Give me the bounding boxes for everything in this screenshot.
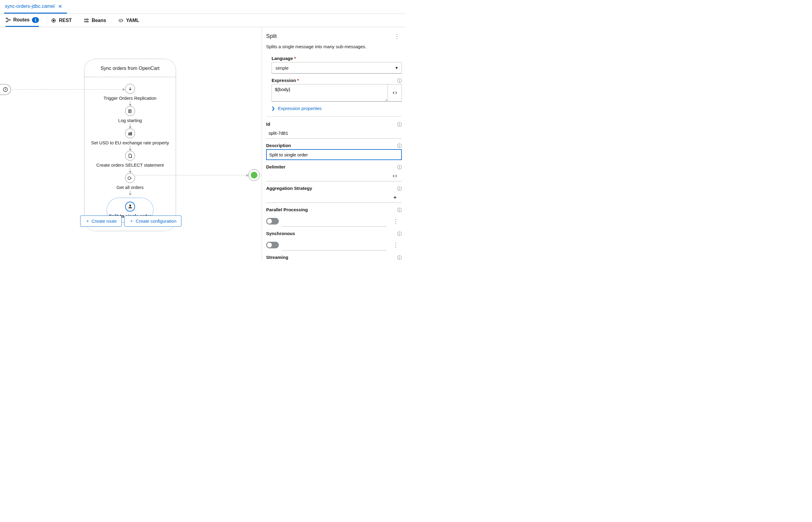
- expression-properties-toggle[interactable]: ❯ Expression properties: [271, 106, 402, 111]
- svg-rect-8: [86, 21, 88, 22]
- expression-properties-label: Expression properties: [278, 106, 322, 111]
- help-icon[interactable]: ⓘ: [397, 164, 402, 170]
- beans-icon: [84, 18, 89, 23]
- delimiter-code-button[interactable]: [388, 170, 402, 181]
- field-synchronous: Synchronous ⓘ ⋮: [266, 231, 402, 250]
- delimiter-label: Delimiter: [266, 164, 285, 169]
- field-parallel-processing: Parallel Processing ⓘ ⋮: [266, 207, 402, 227]
- aggregation-add-button[interactable]: ＋: [388, 192, 402, 203]
- step-get-orders[interactable]: Get all orders: [116, 173, 143, 190]
- description-input[interactable]: [266, 149, 402, 160]
- tab-yaml[interactable]: YAML: [118, 14, 139, 27]
- canvas[interactable]: Sync orders from OpenCart Trigger Orders…: [0, 27, 262, 261]
- svg-rect-14: [129, 205, 131, 206]
- help-icon[interactable]: ⓘ: [397, 122, 402, 127]
- btn-label: Create route: [92, 219, 117, 224]
- plus-icon: ＋: [392, 194, 398, 201]
- step-label: Log starting: [118, 118, 142, 123]
- svg-point-4: [53, 20, 55, 21]
- delimiter-input[interactable]: [266, 170, 388, 181]
- panel-menu-button[interactable]: ⋮: [392, 33, 402, 40]
- tab-rest-label: REST: [59, 18, 72, 23]
- svg-point-0: [6, 18, 7, 19]
- arrow-down-icon: [127, 86, 133, 92]
- flow-arrow: [130, 124, 130, 128]
- parallel-menu-button[interactable]: ⋮: [390, 218, 402, 225]
- language-value: simple: [276, 65, 288, 71]
- file-tab[interactable]: sync-orders-jdbc.camel ✕: [4, 0, 67, 14]
- step-trigger[interactable]: Trigger Orders Replication: [104, 84, 157, 101]
- yaml-icon: [118, 18, 124, 23]
- document-plus-icon: [127, 153, 133, 159]
- synchronous-label: Synchronous: [266, 231, 295, 236]
- expression-input[interactable]: [271, 84, 388, 102]
- expression-label: Expression: [271, 78, 296, 83]
- language-select[interactable]: simple ▾: [271, 62, 402, 74]
- synchronous-input[interactable]: [282, 240, 387, 250]
- plus-icon: ＋: [129, 218, 134, 224]
- help-icon[interactable]: ⓘ: [397, 207, 402, 213]
- language-label: Language: [271, 56, 293, 61]
- svg-point-7: [84, 21, 85, 22]
- svg-point-1: [6, 21, 7, 22]
- help-icon[interactable]: ⓘ: [397, 143, 402, 149]
- set-property-icon: [127, 131, 133, 136]
- step-label: Trigger Orders Replication: [104, 96, 157, 101]
- route-title: Sync orders from OpenCart: [84, 64, 176, 77]
- timer-source-node[interactable]: [0, 84, 11, 95]
- tab-beans[interactable]: Beans: [84, 14, 106, 27]
- parallel-toggle[interactable]: [266, 218, 279, 224]
- step-label: Create orders SELECT statement: [97, 162, 164, 167]
- close-icon[interactable]: ✕: [58, 4, 62, 9]
- tab-routes-label: Routes: [13, 17, 29, 23]
- code-icon: [392, 173, 398, 179]
- help-icon[interactable]: ⓘ: [397, 186, 402, 192]
- route-container[interactable]: Sync orders from OpenCart Trigger Orders…: [84, 59, 176, 231]
- id-label: Id: [266, 121, 270, 126]
- step-log[interactable]: Log starting: [118, 106, 142, 123]
- flow-arrow: [130, 146, 130, 150]
- flow-arrow: [130, 168, 130, 173]
- parallel-input[interactable]: [282, 216, 387, 227]
- rest-icon: [51, 18, 56, 23]
- help-icon[interactable]: ⓘ: [397, 231, 402, 237]
- field-delimiter: Delimiter ⓘ: [266, 164, 402, 181]
- svg-rect-12: [128, 134, 132, 135]
- step-label: Set USD to EU exchange rate property: [91, 140, 169, 145]
- properties-panel: Split ⋮ Splits a single message into man…: [262, 27, 406, 261]
- aggregation-input[interactable]: [266, 192, 388, 203]
- id-input[interactable]: [266, 128, 402, 139]
- tab-rest[interactable]: REST: [51, 14, 72, 27]
- routes-count-badge: 1: [32, 17, 39, 23]
- svg-point-17: [131, 207, 131, 208]
- tab-routes[interactable]: Routes 1: [5, 14, 39, 27]
- file-tab-bar: sync-orders-jdbc.camel ✕: [0, 0, 406, 14]
- step-create-sql[interactable]: Create orders SELECT statement: [97, 151, 164, 167]
- tab-yaml-label: YAML: [126, 18, 139, 23]
- code-icon: [392, 90, 398, 96]
- field-language: Language* simple ▾: [271, 56, 402, 74]
- help-icon[interactable]: ⓘ: [397, 255, 402, 261]
- btn-label: Create configuration: [136, 219, 176, 224]
- panel-title: Split: [266, 33, 277, 39]
- flow-arrow: [130, 190, 130, 195]
- expression-code-button[interactable]: [388, 84, 402, 102]
- route-steps: Trigger Orders Replication Log starting …: [84, 84, 176, 222]
- help-icon[interactable]: ⓘ: [397, 78, 402, 84]
- view-tabs: Routes 1 REST Beans YAML: [0, 14, 406, 27]
- chevron-down-icon: ▾: [395, 65, 398, 71]
- synchronous-toggle[interactable]: [266, 242, 279, 248]
- svg-point-15: [129, 207, 129, 208]
- synchronous-menu-button[interactable]: ⋮: [390, 241, 402, 249]
- svg-point-2: [9, 19, 10, 20]
- log-icon: [127, 108, 133, 114]
- step-label: Get all orders: [116, 185, 143, 190]
- plus-icon: ＋: [85, 218, 90, 224]
- svg-point-16: [129, 207, 130, 208]
- create-route-button[interactable]: ＋ Create route: [80, 216, 122, 227]
- bean-endpoint-node[interactable]: [248, 169, 260, 181]
- canvas-buttons: ＋ Create route ＋ Create configuration: [0, 216, 262, 227]
- field-description: Description ⓘ: [266, 143, 402, 160]
- step-set-property[interactable]: Set USD to EU exchange rate property: [91, 128, 169, 145]
- create-configuration-button[interactable]: ＋ Create configuration: [124, 216, 181, 227]
